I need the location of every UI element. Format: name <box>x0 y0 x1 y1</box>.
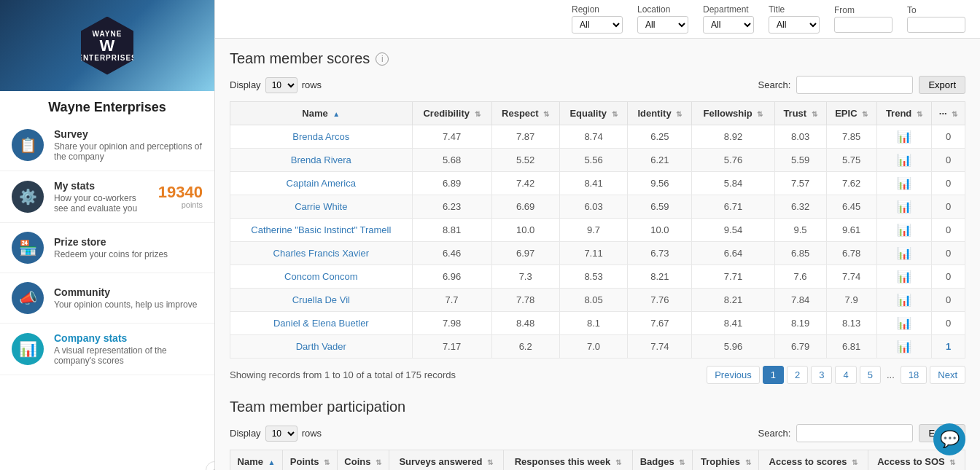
cell-credibility: 7.17 <box>412 335 491 359</box>
pcol-badges[interactable]: Badges ⇅ <box>632 450 693 471</box>
pcol-surveys[interactable]: Surveys answered ⇅ <box>389 450 503 471</box>
cell-trust: 8.19 <box>774 312 826 335</box>
participation-search-input[interactable] <box>796 424 913 442</box>
cell-identity: 10.0 <box>628 219 692 242</box>
sidebar-item-survey[interactable]: 📋 Survey Share your opinion and percepti… <box>0 120 214 171</box>
cell-respect: 7.3 <box>491 265 559 289</box>
name-link[interactable]: Darth Vader <box>296 341 346 352</box>
scores-search-input[interactable] <box>796 76 913 94</box>
department-label: Department <box>703 4 749 15</box>
cell-trend-value: 0 <box>932 172 965 195</box>
participation-rows-select[interactable]: 10 25 50 <box>265 426 298 442</box>
scores-page-3[interactable]: 3 <box>811 366 832 384</box>
cell-epic: 6.78 <box>826 242 876 265</box>
cell-epic: 9.61 <box>826 219 876 242</box>
to-input[interactable] <box>907 17 965 33</box>
cell-trend-icon[interactable]: 📊 <box>876 149 931 172</box>
sidebar-item-community[interactable]: 📣 Community Your opinion counts, help us… <box>0 273 214 324</box>
col-identity[interactable]: Identity ⇅ <box>628 102 692 125</box>
scores-page-4[interactable]: 4 <box>835 366 856 384</box>
cell-equality: 8.53 <box>559 265 627 289</box>
my-stats-icon: ⚙️ <box>12 181 44 213</box>
from-filter: From <box>834 5 892 33</box>
scores-export-button[interactable]: Export <box>919 76 965 94</box>
scores-page-1[interactable]: 1 <box>763 366 784 384</box>
table-row: Carrie White 6.23 6.69 6.03 6.59 6.71 6.… <box>230 195 965 219</box>
col-name[interactable]: Name ▲ <box>230 102 413 125</box>
cell-trend-icon[interactable]: 📊 <box>876 289 931 312</box>
community-icon: 📣 <box>12 282 44 314</box>
col-trust[interactable]: Trust ⇅ <box>774 102 826 125</box>
table-row: Catherine "Basic Instinct" Tramell 8.81 … <box>230 219 965 242</box>
pcol-responses[interactable]: Responses this week ⇅ <box>503 450 632 471</box>
scores-rows-select[interactable]: 10 25 50 <box>265 77 298 93</box>
title-select[interactable]: All <box>769 16 820 34</box>
cell-name: Brenda Rivera <box>230 149 413 172</box>
cell-fellowship: 8.21 <box>692 289 774 312</box>
pcol-name[interactable]: Name ▲ <box>230 450 283 471</box>
cell-trend-icon[interactable]: 📊 <box>876 125 931 149</box>
col-fellowship[interactable]: Fellowship ⇅ <box>692 102 774 125</box>
col-equality[interactable]: Equality ⇅ <box>559 102 627 125</box>
col-credibility[interactable]: Credibility ⇅ <box>412 102 491 125</box>
scores-rows-label: rows <box>302 79 322 90</box>
table-row: Concom Concom 6.96 7.3 8.53 8.21 7.71 7.… <box>230 265 965 289</box>
pcol-coins[interactable]: Coins ⇅ <box>337 450 389 471</box>
name-link[interactable]: Cruella De Vil <box>292 294 350 305</box>
sidebar-item-company-stats[interactable]: 📊 Company stats A visual representation … <box>0 324 214 375</box>
name-link[interactable]: Charles Francis Xavier <box>273 248 370 259</box>
cell-trust: 5.59 <box>774 149 826 172</box>
department-filter: Department All <box>703 4 754 34</box>
cell-trend-icon[interactable]: 📊 <box>876 265 931 289</box>
cell-trend-icon[interactable]: 📊 <box>876 219 931 242</box>
col-trend[interactable]: Trend ⇅ <box>876 102 931 125</box>
scores-page-2[interactable]: 2 <box>787 366 808 384</box>
cell-trend-icon[interactable]: 📊 <box>876 172 931 195</box>
name-link[interactable]: Concom Concom <box>284 271 357 282</box>
trend-chart-icon: 📊 <box>897 247 911 259</box>
scores-prev-button[interactable]: Previous <box>707 366 760 384</box>
cell-trend-icon[interactable]: 📊 <box>876 195 931 219</box>
name-link[interactable]: Catherine "Basic Instinct" Tramell <box>251 224 391 235</box>
pcol-trophies[interactable]: Trophies ⇅ <box>693 450 759 471</box>
chat-bubble-button[interactable]: 💬 <box>933 423 965 455</box>
scores-next-button[interactable]: Next <box>930 366 965 384</box>
sidebar-item-my-stats[interactable]: ⚙️ My stats How your co-workers see and … <box>0 171 214 223</box>
pcol-points[interactable]: Points ⇅ <box>283 450 338 471</box>
cell-epic: 7.74 <box>826 265 876 289</box>
scores-table-controls: Display 10 25 50 rows Search: Export <box>230 76 965 94</box>
scores-page-5[interactable]: 5 <box>860 366 881 384</box>
trend-chart-icon: 📊 <box>897 130 911 143</box>
col-extra[interactable]: ··· ⇅ <box>932 102 965 125</box>
name-link[interactable]: Daniel & Elena Buetler <box>273 318 369 329</box>
cell-respect: 6.97 <box>491 242 559 265</box>
name-link[interactable]: Brenda Rivera <box>291 154 351 165</box>
location-select[interactable]: All <box>637 16 688 34</box>
cell-trust: 6.79 <box>774 335 826 359</box>
col-epic[interactable]: EPIC ⇅ <box>826 102 876 125</box>
cell-identity: 6.59 <box>628 195 692 219</box>
pcol-access-scores[interactable]: Access to scores ⇅ <box>759 450 868 471</box>
cell-trend-value: 1 <box>932 335 965 359</box>
scores-page-dots: ... <box>884 367 898 383</box>
cell-fellowship: 8.41 <box>692 312 774 335</box>
cell-fellowship: 8.92 <box>692 125 774 149</box>
scores-page-18[interactable]: 18 <box>901 366 927 384</box>
name-link[interactable]: Carrie White <box>295 201 347 212</box>
sidebar-item-prize-store[interactable]: 🏪 Prize store Redeem your coins for priz… <box>0 223 214 273</box>
department-select[interactable]: All <box>703 16 754 34</box>
cell-trend-icon[interactable]: 📊 <box>876 312 931 335</box>
table-row: Charles Francis Xavier 6.46 6.97 7.11 6.… <box>230 242 965 265</box>
scores-info-icon[interactable]: i <box>376 52 389 66</box>
from-input[interactable] <box>834 17 892 33</box>
company-name: Wayne Enterprises <box>0 91 214 120</box>
region-select[interactable]: All <box>572 16 623 34</box>
cell-trust: 8.03 <box>774 125 826 149</box>
col-respect[interactable]: Respect ⇅ <box>491 102 559 125</box>
name-link[interactable]: Brenda Arcos <box>292 131 349 142</box>
sidebar-nav: 📋 Survey Share your opinion and percepti… <box>0 120 214 470</box>
cell-trend-icon[interactable]: 📊 <box>876 335 931 359</box>
cell-respect: 6.2 <box>491 335 559 359</box>
cell-trend-icon[interactable]: 📊 <box>876 242 931 265</box>
name-link[interactable]: Captain America <box>287 178 356 189</box>
